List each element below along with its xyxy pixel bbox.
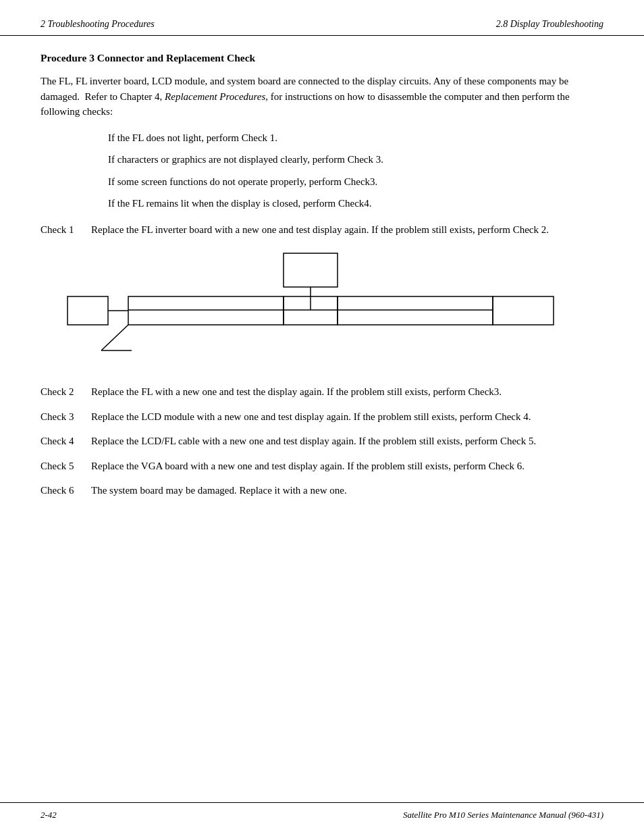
page: 2 Troubleshooting Procedures 2.8 Display…	[0, 0, 644, 834]
page-content: Procedure 3 Connector and Replacement Ch…	[0, 52, 644, 802]
procedure-title: Procedure 3 Connector and Replacement Ch…	[41, 52, 603, 64]
header-right: 2.8 Display Troubleshooting	[496, 19, 603, 30]
list-item: If characters or graphics are not displa…	[108, 152, 603, 167]
svg-rect-5	[128, 296, 284, 325]
svg-line-10	[101, 325, 128, 350]
check-2-label: Check 2	[41, 384, 91, 400]
check-5-label: Check 5	[41, 459, 91, 474]
check-item-1: Check 1 Replace the FL inverter board wi…	[41, 222, 603, 238]
check-6-text: The system board may be damaged. Replace…	[91, 483, 603, 498]
intro-paragraph: The FL, FL inverter board, LCD module, a…	[41, 74, 603, 120]
footer-left: 2-42	[41, 810, 57, 820]
svg-rect-3	[68, 296, 108, 325]
check-6-label: Check 6	[41, 483, 91, 498]
list-item: If the FL does not light, perform Check …	[108, 130, 603, 146]
check-item-6: Check 6 The system board may be damaged.…	[41, 483, 603, 498]
check-item-5: Check 5 Replace the VGA board with a new…	[41, 459, 603, 474]
footer-right: Satellite Pro M10 Series Maintenance Man…	[403, 810, 603, 820]
check-1-label: Check 1	[41, 222, 91, 238]
page-header: 2 Troubleshooting Procedures 2.8 Display…	[0, 0, 644, 36]
diagram	[41, 251, 603, 365]
check-3-label: Check 3	[41, 409, 91, 425]
check-1-text: Replace the FL inverter board with a new…	[91, 222, 603, 238]
italic-ref: Replacement Procedures,	[165, 91, 268, 102]
preliminary-checklist: If the FL does not light, perform Check …	[108, 130, 603, 211]
list-item: If the FL remains lit when the display i…	[108, 196, 603, 211]
check-2-text: Replace the FL with a new one and test t…	[91, 384, 603, 400]
check-3-text: Replace the LCD module with a new one an…	[91, 409, 603, 425]
check-item-3: Check 3 Replace the LCD module with a ne…	[41, 409, 603, 425]
svg-rect-0	[284, 253, 338, 287]
svg-rect-7	[338, 296, 493, 325]
check-5-text: Replace the VGA board with a new one and…	[91, 459, 603, 474]
check-item-4: Check 4 Replace the LCD/FL cable with a …	[41, 434, 603, 449]
page-footer: 2-42 Satellite Pro M10 Series Maintenanc…	[0, 802, 644, 834]
check-4-label: Check 4	[41, 434, 91, 449]
diagram-svg	[41, 251, 603, 365]
check-4-text: Replace the LCD/FL cable with a new one …	[91, 434, 603, 449]
header-left: 2 Troubleshooting Procedures	[41, 19, 155, 30]
svg-rect-8	[493, 296, 554, 325]
list-item: If some screen functions do not operate …	[108, 174, 603, 190]
check-item-2: Check 2 Replace the FL with a new one an…	[41, 384, 603, 400]
